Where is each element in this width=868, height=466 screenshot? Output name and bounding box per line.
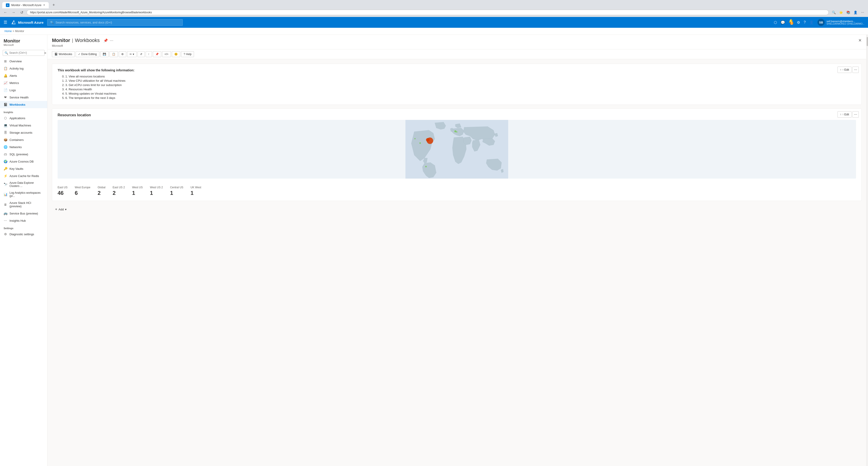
user-email: seif.bassem@shieldarm...	[827, 20, 864, 23]
profile-action[interactable]: 👤	[852, 9, 859, 15]
code-icon: </>	[165, 53, 168, 56]
azure-search-box[interactable]: 🔍	[47, 19, 183, 26]
add-content-button[interactable]: + Add ▾	[52, 206, 70, 213]
sidebar-item-key-vaults[interactable]: 🔑 Key Vaults	[0, 165, 47, 172]
pin-icon[interactable]: 📌	[103, 38, 108, 43]
sidebar-item-alerts[interactable]: 🔔 Alerts	[0, 72, 47, 79]
reload-button[interactable]: ↺	[19, 9, 25, 15]
westeurope-dot2	[456, 131, 457, 132]
more-options-icon[interactable]: ⋯	[110, 38, 113, 43]
done-editing-label: Done Editing	[81, 53, 97, 56]
sidebar-item-virtual-machines[interactable]: 💻 Virtual Machines	[0, 122, 47, 129]
tab-close-button[interactable]: ✕	[43, 4, 45, 6]
sidebar-label-service-bus: Service Bus (preview)	[9, 212, 38, 215]
content-area: Monitor | Workbooks 📌 ⋯ ✕ Microsoft 📓 Wo…	[48, 35, 866, 466]
address-bar[interactable]: https://portal.azure.com/#blade/Microsof…	[27, 10, 829, 15]
workbooks-icon: 📓	[4, 103, 7, 106]
sidebar-item-storage-accounts[interactable]: 🗄 Storage accounts	[0, 129, 47, 136]
sidebar-item-sql-preview[interactable]: 🗃 SQL (preview)	[0, 151, 47, 158]
west-europe-value: 6	[75, 190, 78, 196]
sidebar-item-service-health[interactable]: ❤ Service Health	[0, 94, 47, 101]
add-button-row: + Add ▾	[52, 205, 862, 214]
forward-button[interactable]: →	[10, 9, 17, 15]
copy-button[interactable]: 📋	[110, 51, 118, 57]
eastus-dot-medium	[426, 138, 430, 142]
settings-icon[interactable]: ⚙	[797, 20, 800, 25]
map-edit-button[interactable]: ↑ ↑ Edit	[838, 111, 851, 118]
user-info[interactable]: SB seif.bassem@shieldarm... SHIELDARMORE…	[817, 19, 864, 26]
redis-icon: ⚡	[4, 174, 7, 178]
sidebar-collapse-button[interactable]: «	[44, 51, 46, 55]
save-button[interactable]: 💾	[100, 51, 108, 57]
azure-top-icons: ⬡ 💬 🔔 1 ⚙ ? 👤 SB seif.bassem@shieldarm..…	[774, 19, 864, 26]
cloudshell-icon[interactable]: ⬡	[774, 20, 777, 25]
sidebar-search-input[interactable]	[3, 50, 44, 56]
sidebar-item-overview[interactable]: ⊞ Overview	[0, 58, 47, 65]
sidebar-item-metrics[interactable]: 📈 Metrics	[0, 79, 47, 87]
hamburger-menu[interactable]: ☰	[4, 20, 7, 25]
settings-section-label: Settings	[0, 224, 47, 230]
info-item-4: 4. Resources Health	[62, 87, 856, 91]
sidebar-label-alerts: Alerts	[9, 74, 17, 77]
browser-tab[interactable]: A Monitor - Microsoft Azure ✕	[2, 2, 49, 8]
back-button[interactable]: ←	[2, 9, 8, 15]
intro-more-button[interactable]: ⋯	[852, 67, 859, 73]
stat-west-us-2: West US 2 1	[150, 186, 163, 196]
help-icon[interactable]: ?	[804, 20, 806, 24]
sidebar-item-workbooks[interactable]: 📓 Workbooks	[0, 101, 47, 108]
sidebar-search-wrapper: 🔍 «	[0, 48, 47, 58]
help-icon: ?	[184, 53, 185, 56]
east-us-2-value: 2	[113, 190, 116, 196]
log-analytics-icon: 📊	[4, 193, 7, 196]
sidebar-label-insights-hub: Insights Hub	[9, 219, 26, 222]
feedback-icon[interactable]: 💬	[781, 20, 785, 25]
sidebar-label-networks: Networks	[9, 146, 22, 149]
collections-action[interactable]: 📚	[845, 9, 851, 15]
edit-button[interactable]: ✏ ▾	[127, 51, 136, 57]
right-scrollbar[interactable]	[866, 35, 868, 466]
favorites-action[interactable]: ⭐	[838, 9, 844, 15]
global-label: Global	[97, 186, 105, 189]
sidebar-item-activity-log[interactable]: 📋 Activity log	[0, 65, 47, 72]
sidebar-item-azure-cache-redis[interactable]: ⚡ Azure Cache for Redis	[0, 172, 47, 180]
account-icon[interactable]: 👤	[809, 20, 814, 25]
sidebar-item-logs[interactable]: 📄 Logs	[0, 87, 47, 94]
search-input[interactable]	[56, 21, 180, 24]
page-subtitle: Workbooks	[75, 37, 100, 43]
help-button[interactable]: ? Help	[181, 51, 194, 57]
diagnostic-settings-icon: ⚙	[4, 232, 7, 236]
sidebar-item-applications[interactable]: ⬡ Applications	[0, 115, 47, 122]
sidebar-item-networks[interactable]: 🌐 Networks	[0, 143, 47, 151]
refresh-button[interactable]: ↺	[137, 51, 145, 57]
sidebar-item-diagnostic-settings[interactable]: ⚙ Diagnostic settings	[0, 230, 47, 238]
sidebar-item-azure-stack-hci[interactable]: 🖥 Azure Stack HCI (preview)	[0, 199, 47, 210]
workbooks-tab-button[interactable]: 📓 Workbooks	[52, 51, 75, 57]
done-editing-button[interactable]: ✓ Done Editing	[75, 51, 99, 57]
code-button[interactable]: </>	[162, 51, 171, 57]
close-page-button[interactable]: ✕	[858, 38, 862, 43]
sidebar-item-insights-hub[interactable]: ⋯ Insights Hub	[0, 217, 47, 224]
sidebar-label-metrics: Metrics	[9, 81, 19, 85]
info-item-1: 1. View all resources locations	[62, 74, 856, 79]
main-layout: Monitor Microsoft 🔍 « ⊞ Overview 📋 Activ…	[0, 35, 868, 466]
breadcrumb-home[interactable]: Home	[4, 30, 12, 33]
sidebar-item-containers[interactable]: 📦 Containers	[0, 136, 47, 143]
settings-button[interactable]: ⚙	[119, 51, 126, 57]
pin-toolbar-button[interactable]: 📌	[153, 51, 161, 57]
new-tab-button[interactable]: +	[51, 2, 57, 8]
key-vaults-icon: 🔑	[4, 167, 7, 170]
sidebar-item-log-analytics[interactable]: 📊 Log Analytics workspaces (pr...	[0, 189, 47, 199]
sidebar-item-service-bus[interactable]: 🚌 Service Bus (preview)	[0, 210, 47, 217]
sidebar-item-data-explorer[interactable]: 🔭 Azure Data Explorer Clusters ...	[0, 180, 47, 189]
upload-button[interactable]: ↑	[146, 51, 152, 57]
more-action[interactable]: ⋯	[860, 9, 866, 15]
refresh-icon: ↺	[140, 53, 142, 56]
emoji-button[interactable]: 😊	[172, 51, 180, 57]
sidebar-item-cosmos-db[interactable]: 🌍 Azure Cosmos DB	[0, 158, 47, 165]
search-action[interactable]: 🔍	[831, 9, 837, 15]
azure-logo: Microsoft Azure	[11, 20, 43, 25]
sidebar-label-log-analytics: Log Analytics workspaces (pr...	[9, 191, 43, 197]
intro-edit-button[interactable]: ↑ ↑ Edit	[838, 67, 851, 73]
global-dot	[419, 142, 421, 144]
map-more-button[interactable]: ⋯	[852, 111, 859, 118]
